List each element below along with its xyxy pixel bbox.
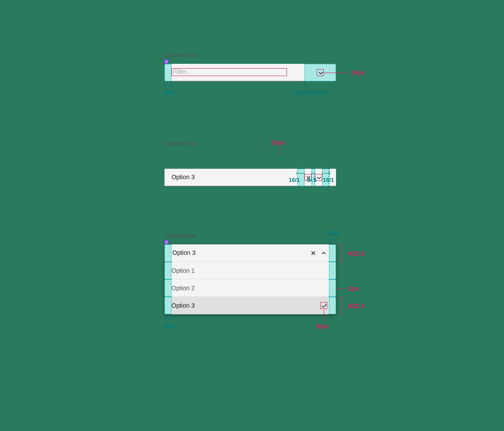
padding-highlight bbox=[164, 244, 172, 262]
dim-marker bbox=[329, 238, 336, 241]
dim-label: 40/2.5 bbox=[347, 250, 364, 257]
dim-marker bbox=[340, 297, 343, 314]
annotation-line bbox=[322, 73, 347, 73]
padding-highlight bbox=[164, 297, 172, 314]
annotation-line bbox=[324, 309, 324, 322]
dim-marker bbox=[322, 171, 330, 175]
padding-highlight bbox=[164, 64, 172, 81]
padding-highlight bbox=[329, 279, 336, 297]
icon-size-note: 16px bbox=[315, 323, 329, 330]
padding-highlight bbox=[329, 297, 336, 314]
placeholder-text: Filter... bbox=[173, 68, 191, 75]
checkmark-icon bbox=[320, 302, 327, 309]
dim-label: 72px/4.5rem bbox=[292, 89, 328, 96]
dim-label: 40/2.5 bbox=[347, 302, 364, 309]
dropdown-option-selected[interactable]: Option 3 bbox=[164, 297, 336, 314]
close-icon[interactable] bbox=[310, 250, 317, 258]
dim-marker bbox=[312, 171, 315, 175]
gap-note: 2px bbox=[348, 285, 359, 292]
padding-highlight bbox=[329, 244, 336, 262]
combo-box-label: Combo-box bbox=[164, 232, 196, 239]
icon-size-note: 16px bbox=[271, 139, 285, 146]
selected-value: Option 3 bbox=[172, 249, 196, 256]
dim-marker bbox=[304, 84, 336, 87]
dim-label: 16/1 bbox=[327, 230, 339, 237]
annotation-line bbox=[336, 288, 346, 289]
dropdown-option[interactable]: Option 2 bbox=[164, 279, 336, 297]
option-label: Option 1 bbox=[172, 267, 195, 274]
dim-marker bbox=[164, 84, 172, 87]
icon-size-note: 16px bbox=[351, 69, 365, 76]
combo-box-filter[interactable]: Filter... bbox=[164, 64, 336, 81]
dropdown-header[interactable]: Option 3 bbox=[164, 244, 336, 262]
padding-highlight bbox=[164, 262, 172, 279]
dim-marker bbox=[340, 244, 343, 262]
padding-highlight bbox=[164, 279, 172, 297]
combo-box-label: Combo-box bbox=[164, 140, 196, 147]
dim-label: 16/1 bbox=[163, 323, 175, 330]
spacing-tag: 8 bbox=[164, 59, 168, 64]
dim-marker bbox=[164, 317, 172, 320]
combo-box-open[interactable]: Option 3 Option 1 Option 2 Option 3 bbox=[164, 244, 336, 314]
combo-box-label: Combo-box bbox=[164, 52, 196, 59]
selected-value: Option 3 bbox=[172, 174, 195, 181]
dim-label: 8/.5 bbox=[307, 177, 317, 183]
dim-label: 16/1 bbox=[163, 89, 175, 96]
spacing-tag: 8 bbox=[164, 240, 168, 244]
option-label: Option 2 bbox=[172, 285, 195, 292]
option-label: Option 3 bbox=[172, 302, 195, 309]
chevron-up-icon[interactable] bbox=[320, 250, 327, 258]
dim-label: 16/1 bbox=[289, 177, 300, 183]
dim-label: 16/1 bbox=[323, 177, 334, 183]
annotation-line bbox=[278, 147, 279, 156]
dropdown-option[interactable]: Option 1 bbox=[164, 262, 336, 279]
text-input-outline[interactable]: Filter... bbox=[172, 68, 287, 76]
dim-marker bbox=[297, 171, 304, 175]
padding-highlight bbox=[329, 262, 336, 279]
